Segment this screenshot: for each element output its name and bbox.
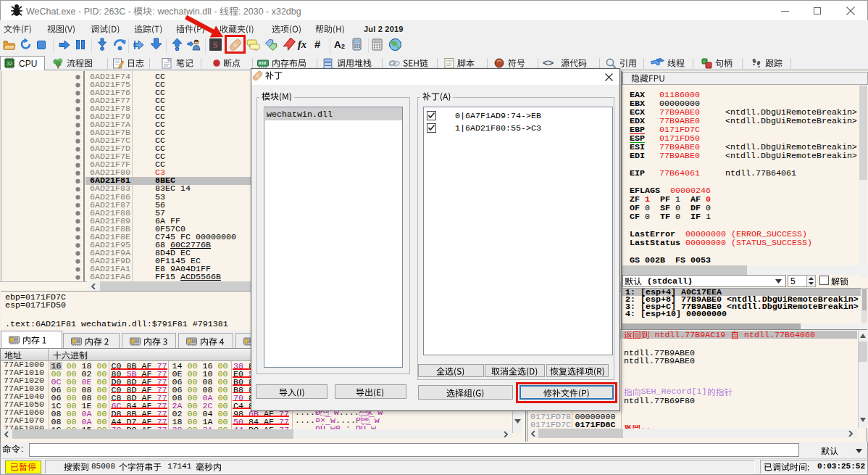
svg-text:<s>: <s>: [446, 59, 454, 63]
